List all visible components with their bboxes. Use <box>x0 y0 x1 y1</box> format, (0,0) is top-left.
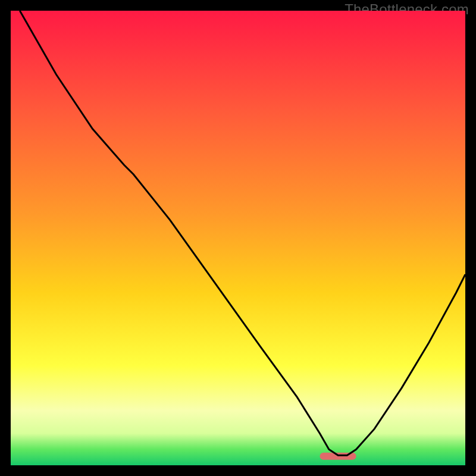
bottleneck-chart <box>11 11 465 465</box>
plot-area <box>11 11 465 465</box>
chart-frame: TheBottleneck.com <box>0 0 476 476</box>
gradient-background <box>11 11 465 465</box>
